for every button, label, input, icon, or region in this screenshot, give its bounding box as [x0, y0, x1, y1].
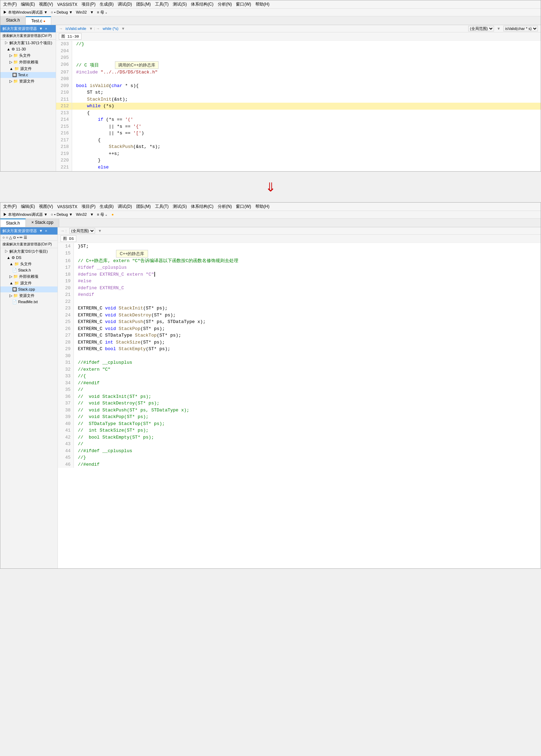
code-content[interactable]: EXTRERN_C STDataType StackTop(ST* ps);: [74, 332, 541, 339]
code-content[interactable]: // C 项目 调用的C++的静态库: [72, 61, 541, 69]
code-content[interactable]: C++的静态库: [74, 250, 541, 258]
menu-test[interactable]: 测试(S): [173, 1, 187, 7]
sidebar-search[interactable]: 搜索解决方案资源管理器(Ctrl P): [0, 32, 56, 40]
sidebar-external-deps-2[interactable]: ▷ 📁 外部依赖项: [0, 273, 57, 280]
code-content[interactable]: //}: [74, 454, 541, 461]
code-content[interactable]: // bool StackEmpty(ST* ps);: [74, 434, 541, 441]
menu-edit-2[interactable]: 编辑(E): [21, 204, 35, 210]
sidebar-headers-2[interactable]: ▲ 📁 头文件: [0, 261, 57, 267]
code-content[interactable]: EXTRERN_C bool StackEmpty(ST* ps);: [74, 346, 541, 353]
scope-dropdown[interactable]: (全局范围): [468, 26, 494, 31]
code-content[interactable]: [72, 48, 541, 55]
code-content[interactable]: // STDataType StackTop(ST* ps);: [74, 420, 541, 427]
menu-arch-2[interactable]: 体系结构(C): [191, 204, 214, 210]
code-content[interactable]: [74, 298, 541, 305]
sidebar-project-ds[interactable]: ▲ ⚙ DS: [0, 255, 57, 261]
menu-file[interactable]: 文件(F): [3, 1, 17, 7]
code-content[interactable]: EXTRERN_C void StackInit(ST* ps);: [74, 305, 541, 312]
menu-vassistx-2[interactable]: VASSISTX: [57, 204, 77, 209]
nav-while-s[interactable]: while (*s): [103, 26, 118, 31]
func-dropdown[interactable]: isValid(char * s): [503, 26, 538, 31]
sidebar-resources-2[interactable]: ▷ 📁 资源文件: [0, 292, 57, 299]
sidebar-solution[interactable]: ▷ 解决方案'11-30'(1个项目): [0, 40, 56, 46]
tab-stack-h[interactable]: Stack.h: [0, 16, 26, 25]
menu-arch[interactable]: 体系结构(C): [191, 1, 214, 7]
code-content[interactable]: //#endif: [74, 380, 541, 387]
code-content[interactable]: #ifdef __cplusplus: [74, 264, 541, 271]
menu-view[interactable]: 视图(V): [39, 1, 53, 7]
menu-edit[interactable]: 编辑(E): [21, 1, 35, 7]
code-content[interactable]: //#endif: [74, 461, 541, 468]
code-content[interactable]: //: [74, 386, 541, 393]
code-content[interactable]: || *s == '{': [72, 123, 541, 130]
menu-analyze[interactable]: 分析(N): [218, 1, 232, 7]
code-content[interactable]: ++s;: [72, 150, 541, 157]
code-content[interactable]: EXTRERN_C int StackSize(ST* ps);: [74, 339, 541, 346]
menu-project-2[interactable]: 项目(P): [82, 204, 95, 210]
menu-project[interactable]: 项目(P): [82, 1, 95, 7]
code-content[interactable]: //{: [74, 373, 541, 380]
code-content[interactable]: {: [72, 137, 541, 144]
menu-tools-2[interactable]: 工具(T): [155, 204, 169, 210]
tab-stack-cpp[interactable]: × Stack.cpp: [26, 219, 59, 227]
line-range-select[interactable]: 图 11-30: [59, 33, 82, 40]
menu-view-2[interactable]: 视图(V): [39, 204, 53, 210]
sidebar-testc[interactable]: 🔲 Test.c: [0, 72, 56, 78]
sidebar-search-2[interactable]: 搜索解决方案资源管理器(Ctrl P): [0, 241, 57, 248]
menu-help-2[interactable]: 帮助(H): [255, 204, 270, 210]
menu-file-2[interactable]: 文件(F): [3, 204, 17, 210]
tab-test-c[interactable]: Test.c: [26, 16, 51, 25]
menu-vassistx[interactable]: VASSISTX: [57, 2, 77, 7]
code-content[interactable]: #include "../../DS/DS/Stack.h": [72, 69, 541, 76]
menu-build[interactable]: 生成(B): [100, 1, 114, 7]
menu-tools[interactable]: 工具(T): [155, 1, 169, 7]
code-content[interactable]: if (*s == '(': [72, 116, 541, 123]
menu-debug-2[interactable]: 调试(D): [118, 204, 132, 210]
code-content[interactable]: bool isValid(char * s){: [72, 82, 541, 89]
line-range-select-2[interactable]: 图 DS: [61, 235, 76, 242]
code-content[interactable]: //}: [72, 41, 541, 48]
code-content[interactable]: while (*s): [72, 103, 541, 110]
code-content[interactable]: StackPush(&st, *s);: [72, 143, 541, 150]
menu-test-2[interactable]: 测试(S): [173, 204, 187, 210]
sidebar-stack-cpp[interactable]: 🔲 Stack.cpp: [0, 286, 57, 292]
sidebar-solution-2[interactable]: ▷ 解决方案'DS'(1个项目): [0, 248, 57, 255]
code-content[interactable]: EXTRERN_C void StackPop(ST* ps);: [74, 325, 541, 332]
code-content[interactable]: [74, 353, 541, 360]
sidebar-headers[interactable]: ▷ 📁 头文件: [0, 52, 56, 59]
code-content[interactable]: // void StackInit(ST* ps);: [74, 393, 541, 400]
code-content[interactable]: //#ifdef __cplusplus: [74, 359, 541, 366]
tab-stack-h-2[interactable]: Stack.h: [0, 219, 26, 227]
code-content[interactable]: //extern "C": [74, 366, 541, 373]
code-content[interactable]: }: [72, 157, 541, 164]
menu-team[interactable]: 团队(M): [136, 1, 151, 7]
sidebar-sources[interactable]: ▲ 📁 源文件: [0, 65, 56, 72]
sidebar-resources[interactable]: ▷ 📁 资源文件: [0, 78, 56, 85]
menu-help[interactable]: 帮助(H): [255, 1, 270, 7]
code-content[interactable]: ST st;: [72, 89, 541, 96]
code-content[interactable]: //#ifdef __cplusplus: [74, 448, 541, 455]
code-content[interactable]: }ST;: [74, 243, 541, 250]
code-content[interactable]: // int StackSize(ST* ps);: [74, 427, 541, 434]
sidebar-sources-2[interactable]: ▲ 📁 源文件: [0, 280, 57, 286]
nav-isvalid-while[interactable]: isValid.while: [65, 26, 86, 31]
code-content[interactable]: // void StackPush(ST* ps, STDataType x);: [74, 407, 541, 414]
sidebar-project-1130[interactable]: ▲ ⚙ 11-30: [0, 46, 56, 52]
menu-window[interactable]: 窗口(W): [236, 1, 251, 7]
menu-debug[interactable]: 调试(D): [118, 1, 132, 7]
code-content[interactable]: EXTRERN_C void StackPush(ST* ps, STDataT…: [74, 318, 541, 325]
code-content[interactable]: // void StackDestroy(ST* ps);: [74, 400, 541, 407]
code-content[interactable]: [72, 76, 541, 82]
bottom-code-area[interactable]: → : (全局范围) ▼ 图 DS 14 }ST; 15 C++的静态库: [58, 227, 541, 568]
code-content[interactable]: #define EXTRERN_C extern "C": [74, 271, 541, 278]
code-content[interactable]: else: [72, 164, 541, 171]
menu-analyze-2[interactable]: 分析(N): [218, 204, 232, 210]
code-content[interactable]: EXTRERN_C void StackDestroy(ST* ps);: [74, 312, 541, 319]
code-content[interactable]: #define EXTRERN_C: [74, 285, 541, 292]
code-content[interactable]: {: [72, 110, 541, 117]
menu-build-2[interactable]: 生成(B): [100, 204, 114, 210]
code-content[interactable]: //: [74, 441, 541, 448]
sidebar-readme[interactable]: 📄 ReadMe.txt: [0, 299, 57, 305]
code-content[interactable]: {: [72, 171, 541, 171]
menu-window-2[interactable]: 窗口(W): [236, 204, 251, 210]
